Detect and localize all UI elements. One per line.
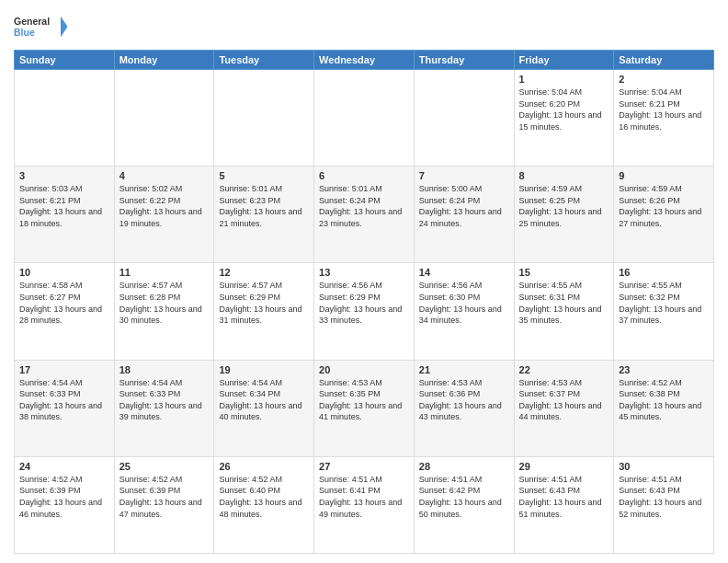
- day-number: 16: [619, 267, 709, 278]
- day-info: Sunrise: 4:53 AMSunset: 6:37 PMDaylight:…: [519, 377, 609, 423]
- logo: General Blue: [14, 9, 69, 44]
- day-cell: 11Sunrise: 4:57 AMSunset: 6:28 PMDayligh…: [114, 263, 214, 360]
- day-cell: 24Sunrise: 4:52 AMSunset: 6:39 PMDayligh…: [15, 456, 115, 553]
- day-cell: [15, 70, 115, 167]
- day-info: Sunrise: 4:58 AMSunset: 6:27 PMDaylight:…: [19, 280, 109, 326]
- day-number: 14: [419, 267, 509, 278]
- day-number: 21: [419, 364, 509, 375]
- week-row-4: 17Sunrise: 4:54 AMSunset: 6:33 PMDayligh…: [15, 360, 714, 456]
- day-cell: 17Sunrise: 4:54 AMSunset: 6:33 PMDayligh…: [15, 360, 115, 456]
- calendar-header-row: SundayMondayTuesdayWednesdayThursdayFrid…: [15, 51, 714, 70]
- day-info: Sunrise: 4:51 AMSunset: 6:41 PMDaylight:…: [319, 474, 409, 520]
- day-info: Sunrise: 5:03 AMSunset: 6:21 PMDaylight:…: [19, 183, 109, 229]
- day-cell: 20Sunrise: 4:53 AMSunset: 6:35 PMDayligh…: [314, 360, 415, 456]
- column-header-sunday: Sunday: [15, 51, 115, 70]
- day-cell: 23Sunrise: 4:52 AMSunset: 6:38 PMDayligh…: [614, 360, 714, 456]
- day-number: 23: [619, 364, 709, 375]
- day-number: 24: [19, 461, 109, 472]
- day-number: 25: [119, 461, 210, 472]
- calendar-table: SundayMondayTuesdayWednesdayThursdayFrid…: [14, 50, 714, 554]
- column-header-wednesday: Wednesday: [314, 51, 415, 70]
- day-number: 15: [519, 267, 609, 278]
- day-cell: 25Sunrise: 4:52 AMSunset: 6:39 PMDayligh…: [114, 456, 214, 553]
- day-cell: 12Sunrise: 4:57 AMSunset: 6:29 PMDayligh…: [214, 263, 314, 360]
- day-number: 13: [319, 267, 409, 278]
- day-number: 18: [119, 364, 210, 375]
- day-number: 5: [219, 170, 309, 181]
- day-number: 1: [519, 74, 609, 85]
- day-cell: 8Sunrise: 4:59 AMSunset: 6:25 PMDaylight…: [514, 167, 614, 263]
- day-number: 10: [19, 267, 109, 278]
- day-cell: 21Sunrise: 4:53 AMSunset: 6:36 PMDayligh…: [414, 360, 514, 456]
- week-row-5: 24Sunrise: 4:52 AMSunset: 6:39 PMDayligh…: [15, 456, 714, 553]
- day-number: 3: [19, 170, 109, 181]
- svg-text:General: General: [14, 16, 50, 27]
- day-number: 8: [519, 170, 609, 181]
- day-number: 2: [619, 74, 709, 85]
- day-cell: 14Sunrise: 4:56 AMSunset: 6:30 PMDayligh…: [414, 263, 514, 360]
- day-info: Sunrise: 4:51 AMSunset: 6:43 PMDaylight:…: [619, 474, 709, 520]
- day-cell: [414, 70, 514, 167]
- day-info: Sunrise: 4:59 AMSunset: 6:25 PMDaylight:…: [519, 183, 609, 229]
- day-info: Sunrise: 5:01 AMSunset: 6:23 PMDaylight:…: [219, 183, 309, 229]
- day-number: 30: [619, 461, 709, 472]
- day-cell: 30Sunrise: 4:51 AMSunset: 6:43 PMDayligh…: [614, 456, 714, 553]
- day-cell: 22Sunrise: 4:53 AMSunset: 6:37 PMDayligh…: [514, 360, 614, 456]
- day-info: Sunrise: 4:52 AMSunset: 6:40 PMDaylight:…: [219, 474, 309, 520]
- day-info: Sunrise: 4:55 AMSunset: 6:31 PMDaylight:…: [519, 280, 609, 326]
- week-row-3: 10Sunrise: 4:58 AMSunset: 6:27 PMDayligh…: [15, 263, 714, 360]
- svg-marker-2: [61, 17, 68, 38]
- day-cell: 1Sunrise: 5:04 AMSunset: 6:20 PMDaylight…: [514, 70, 614, 167]
- day-info: Sunrise: 4:53 AMSunset: 6:36 PMDaylight:…: [419, 377, 509, 423]
- day-info: Sunrise: 4:57 AMSunset: 6:29 PMDaylight:…: [219, 280, 309, 326]
- day-cell: 27Sunrise: 4:51 AMSunset: 6:41 PMDayligh…: [314, 456, 415, 553]
- week-row-1: 1Sunrise: 5:04 AMSunset: 6:20 PMDaylight…: [15, 70, 714, 167]
- day-number: 9: [619, 170, 709, 181]
- day-number: 11: [119, 267, 210, 278]
- day-cell: 19Sunrise: 4:54 AMSunset: 6:34 PMDayligh…: [214, 360, 314, 456]
- day-info: Sunrise: 4:59 AMSunset: 6:26 PMDaylight:…: [619, 183, 709, 229]
- day-info: Sunrise: 4:56 AMSunset: 6:29 PMDaylight:…: [319, 280, 409, 326]
- day-cell: 9Sunrise: 4:59 AMSunset: 6:26 PMDaylight…: [614, 167, 714, 263]
- day-cell: 5Sunrise: 5:01 AMSunset: 6:23 PMDaylight…: [214, 167, 314, 263]
- day-cell: 29Sunrise: 4:51 AMSunset: 6:43 PMDayligh…: [514, 456, 614, 553]
- day-info: Sunrise: 5:01 AMSunset: 6:24 PMDaylight:…: [319, 183, 409, 229]
- page: General Blue SundayMondayTuesdayWednesda…: [0, 0, 728, 563]
- day-number: 26: [219, 461, 309, 472]
- day-cell: 7Sunrise: 5:00 AMSunset: 6:24 PMDaylight…: [414, 167, 514, 263]
- day-number: 28: [419, 461, 509, 472]
- day-info: Sunrise: 4:54 AMSunset: 6:33 PMDaylight:…: [119, 377, 210, 423]
- day-cell: 18Sunrise: 4:54 AMSunset: 6:33 PMDayligh…: [114, 360, 214, 456]
- day-number: 6: [319, 170, 409, 181]
- column-header-tuesday: Tuesday: [214, 51, 314, 70]
- day-number: 4: [119, 170, 210, 181]
- day-cell: 15Sunrise: 4:55 AMSunset: 6:31 PMDayligh…: [514, 263, 614, 360]
- day-info: Sunrise: 4:51 AMSunset: 6:43 PMDaylight:…: [519, 474, 609, 520]
- day-info: Sunrise: 4:54 AMSunset: 6:34 PMDaylight:…: [219, 377, 309, 423]
- logo-svg: General Blue: [14, 9, 69, 44]
- week-row-2: 3Sunrise: 5:03 AMSunset: 6:21 PMDaylight…: [15, 167, 714, 263]
- column-header-friday: Friday: [514, 51, 614, 70]
- day-cell: 13Sunrise: 4:56 AMSunset: 6:29 PMDayligh…: [314, 263, 415, 360]
- column-header-monday: Monday: [114, 51, 214, 70]
- day-info: Sunrise: 4:51 AMSunset: 6:42 PMDaylight:…: [419, 474, 509, 520]
- day-cell: 3Sunrise: 5:03 AMSunset: 6:21 PMDaylight…: [15, 167, 115, 263]
- day-info: Sunrise: 5:02 AMSunset: 6:22 PMDaylight:…: [119, 183, 210, 229]
- day-cell: [114, 70, 214, 167]
- day-number: 20: [319, 364, 409, 375]
- day-number: 12: [219, 267, 309, 278]
- day-cell: 26Sunrise: 4:52 AMSunset: 6:40 PMDayligh…: [214, 456, 314, 553]
- day-info: Sunrise: 4:52 AMSunset: 6:39 PMDaylight:…: [19, 474, 109, 520]
- day-number: 22: [519, 364, 609, 375]
- day-cell: 16Sunrise: 4:55 AMSunset: 6:32 PMDayligh…: [614, 263, 714, 360]
- day-info: Sunrise: 4:54 AMSunset: 6:33 PMDaylight:…: [19, 377, 109, 423]
- day-info: Sunrise: 4:53 AMSunset: 6:35 PMDaylight:…: [319, 377, 409, 423]
- svg-text:Blue: Blue: [14, 27, 35, 38]
- day-cell: 2Sunrise: 5:04 AMSunset: 6:21 PMDaylight…: [614, 70, 714, 167]
- day-number: 17: [19, 364, 109, 375]
- day-cell: 28Sunrise: 4:51 AMSunset: 6:42 PMDayligh…: [414, 456, 514, 553]
- day-number: 7: [419, 170, 509, 181]
- day-info: Sunrise: 4:55 AMSunset: 6:32 PMDaylight:…: [619, 280, 709, 326]
- day-info: Sunrise: 5:04 AMSunset: 6:20 PMDaylight:…: [519, 86, 609, 132]
- header: General Blue: [14, 9, 714, 44]
